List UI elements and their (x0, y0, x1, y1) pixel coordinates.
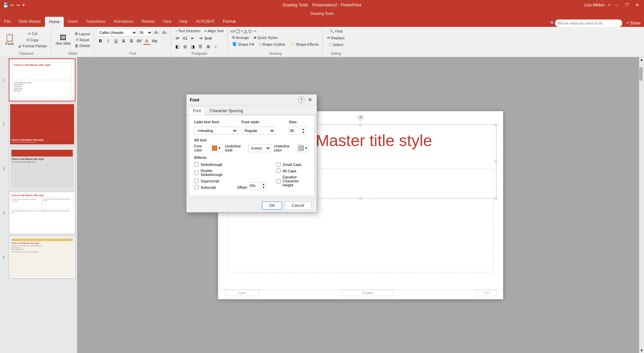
replace-button[interactable]: ⇌ Replace (325, 35, 346, 41)
font-color-button[interactable]: A (143, 37, 151, 45)
small-caps-checkbox[interactable] (276, 162, 281, 167)
font-family-select[interactable]: Calibri (Headin (97, 29, 137, 36)
slide-thumb-1[interactable]: Click to edit Master title style – Edit … (9, 58, 75, 101)
font-dialog-close-btn[interactable]: ✕ (307, 96, 313, 103)
smartart-btn[interactable]: SmA (205, 35, 212, 42)
vertical-scrollbar[interactable]: ▲ ▼ (639, 57, 644, 353)
decrease-indent-btn[interactable]: ⇤ (189, 35, 197, 42)
slide-thumb-2[interactable]: Click to edit Master title style Click t… (9, 103, 75, 146)
quick-styles-button[interactable]: ◈ Quick Styles (252, 35, 279, 40)
superscript-label[interactable]: Superscript (201, 179, 219, 183)
size-up-btn[interactable]: ▲ (301, 128, 305, 131)
ok-button[interactable]: OK (262, 202, 282, 210)
shape-rounded-icon[interactable]: ▢ (235, 28, 240, 34)
tab-slide-master[interactable]: Slide Master (14, 17, 45, 27)
font-color-dropdown-icon[interactable]: ▼ (218, 146, 221, 150)
layout-button[interactable]: ⊞ Layout (73, 31, 92, 37)
shape-triangle-icon[interactable]: △ (244, 28, 248, 34)
tab-help[interactable]: Help (175, 17, 192, 27)
numbered-list-btn[interactable]: ≡1 (181, 35, 189, 42)
offset-up-btn[interactable]: ▲ (261, 183, 266, 186)
offset-down-btn[interactable]: ▼ (261, 186, 266, 189)
equalize-char-checkbox[interactable] (276, 179, 281, 183)
align-text-button[interactable]: ≡ Align Text (203, 28, 225, 34)
text-direction-button[interactable]: ↕ Text Direction (174, 28, 202, 34)
underline-button[interactable]: U (112, 37, 120, 45)
align-left-btn[interactable]: ◧ (174, 43, 181, 50)
justify-btn[interactable]: ☰ (197, 43, 204, 50)
slide-thumb-5[interactable]: Click to edit Master title style Provide… (9, 236, 75, 279)
font-style-select[interactable]: Regular (241, 127, 275, 135)
all-caps-checkbox[interactable] (276, 169, 281, 173)
tab-view[interactable]: View (159, 17, 175, 27)
select-button[interactable]: ⬚ Select (325, 42, 346, 47)
subscript-checkbox[interactable] (194, 185, 199, 189)
latin-font-select[interactable]: +Heading (194, 127, 238, 135)
restore-btn[interactable]: ❐ (623, 3, 631, 7)
tab-review[interactable]: Review (138, 17, 159, 27)
subscript-label[interactable]: Subscript (201, 185, 216, 189)
close-btn[interactable]: ✕ (633, 2, 641, 8)
bold-button[interactable]: B (97, 37, 104, 45)
tab-animations[interactable]: Animations (109, 17, 137, 27)
save-icon[interactable]: 💾 (3, 2, 8, 8)
increase-font-btn[interactable]: A↑ (153, 29, 161, 36)
font-dialog-help-btn[interactable]: ? (298, 96, 305, 103)
cancel-button[interactable]: Cancel (285, 202, 311, 210)
underline-color-btn[interactable]: ▼ (297, 144, 309, 152)
delete-button[interactable]: 🗑 Delete (73, 43, 92, 48)
new-slide-button[interactable]: 🖼 New Slide (54, 31, 72, 49)
rotate-handle[interactable]: ↺ (358, 115, 363, 120)
format-painter-button[interactable]: 🖌 Format Painter (16, 43, 49, 49)
slide-thumb-4[interactable]: Click to edit Master title style Provide… (9, 191, 75, 234)
char-spacing-button[interactable]: AV (136, 37, 143, 45)
size-down-btn[interactable]: ▼ (301, 131, 305, 134)
share-button[interactable]: ↗ Share (626, 21, 641, 26)
shadow-button[interactable]: S (128, 37, 135, 45)
underline-style-select[interactable]: (none) (248, 144, 271, 152)
cut-button[interactable]: ✂ Cut (16, 31, 49, 37)
font-tab[interactable]: Font (189, 107, 205, 115)
strikethrough-button[interactable]: S (120, 37, 127, 45)
slide-thumb-3[interactable]: Click to edit Master title style Click t… (9, 147, 75, 190)
font-size-select[interactable]: 36 (138, 29, 153, 36)
shape-circle-icon[interactable]: ○ (240, 28, 243, 34)
change-case-button[interactable]: Aa (151, 37, 158, 45)
paste-button[interactable]: 📋 Paste (3, 30, 16, 50)
double-strikethrough-checkbox[interactable] (194, 171, 199, 175)
shape-arrow-icon[interactable]: → (253, 28, 257, 34)
character-spacing-tab[interactable]: Character Spacing (205, 107, 247, 115)
italic-button[interactable]: I (105, 37, 112, 45)
shape-rect-icon[interactable]: ▭ (230, 28, 235, 34)
undo-icon[interactable]: ↩ (10, 3, 14, 8)
shape-outline-button[interactable]: □ Shape Outline (257, 42, 287, 47)
customize-icon[interactable]: ▼ (22, 3, 25, 7)
strikethrough-label[interactable]: Strikethrough (201, 163, 222, 167)
small-caps-label[interactable]: Small Caps (283, 163, 302, 167)
copy-button[interactable]: ⎘ Copy (16, 37, 49, 43)
shape-effects-button[interactable]: ✨ Shape Effects (288, 41, 320, 47)
tab-format[interactable]: Format (219, 17, 240, 27)
reset-button[interactable]: ↺ Reset (73, 37, 92, 43)
search-input[interactable] (555, 19, 622, 27)
bullet-list-btn[interactable]: ≡• (174, 35, 181, 42)
columns-btn[interactable]: ⊞ (205, 43, 212, 50)
tab-file[interactable]: File (0, 17, 14, 27)
shape-diamond-icon[interactable]: ◇ (248, 28, 252, 34)
offset-input[interactable] (250, 182, 261, 189)
line-spacing-btn[interactable]: ↕ (212, 43, 220, 50)
superscript-checkbox[interactable] (194, 179, 199, 183)
find-button[interactable]: 🔍 Find (325, 28, 346, 34)
share-icon[interactable]: ↗ (607, 3, 610, 7)
arrange-button[interactable]: ⧉ Arrange (230, 35, 251, 40)
increase-indent-btn[interactable]: ⇥ (197, 35, 204, 42)
tab-insert[interactable]: Insert (64, 17, 82, 27)
shape-fill-button[interactable]: 🪣 Shape Fill (230, 41, 256, 47)
tab-acrobat[interactable]: ACROBAT (192, 17, 219, 27)
equalize-char-label[interactable]: Equalize Character Height (283, 175, 309, 187)
redo-icon[interactable]: ↪ (16, 3, 20, 8)
strikethrough-checkbox[interactable] (194, 162, 199, 167)
align-right-btn[interactable]: ◨ (189, 43, 197, 50)
underline-color-dropdown-icon[interactable]: ▼ (305, 146, 308, 150)
decrease-font-btn[interactable]: A↓ (161, 29, 169, 36)
